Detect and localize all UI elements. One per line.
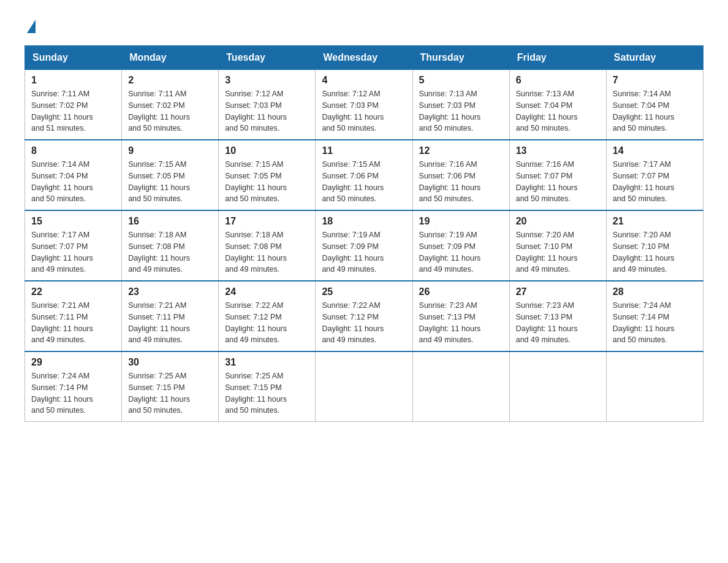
- day-number: 28: [613, 286, 697, 297]
- day-info: Sunrise: 7:18 AM Sunset: 7:08 PM Dayligh…: [128, 229, 212, 275]
- calendar-cell: 23 Sunrise: 7:21 AM Sunset: 7:11 PM Dayl…: [122, 281, 219, 351]
- calendar-cell: 26 Sunrise: 7:23 AM Sunset: 7:13 PM Dayl…: [412, 281, 509, 351]
- column-header-monday: Monday: [122, 46, 219, 70]
- calendar-cell: 20 Sunrise: 7:20 AM Sunset: 7:10 PM Dayl…: [509, 210, 606, 281]
- logo-triangle-icon: [27, 20, 36, 33]
- page-header: [25, 18, 703, 33]
- calendar-cell: 4 Sunrise: 7:12 AM Sunset: 7:03 PM Dayli…: [316, 70, 412, 140]
- day-number: 7: [613, 75, 697, 86]
- calendar-cell: [509, 351, 606, 422]
- day-info: Sunrise: 7:20 AM Sunset: 7:10 PM Dayligh…: [516, 229, 600, 275]
- day-number: 14: [613, 145, 697, 156]
- day-info: Sunrise: 7:21 AM Sunset: 7:11 PM Dayligh…: [31, 300, 115, 346]
- day-number: 19: [419, 216, 503, 227]
- calendar-cell: [412, 351, 509, 422]
- calendar-cell: 9 Sunrise: 7:15 AM Sunset: 7:05 PM Dayli…: [122, 140, 219, 210]
- day-info: Sunrise: 7:14 AM Sunset: 7:04 PM Dayligh…: [613, 88, 697, 134]
- day-number: 4: [322, 75, 406, 86]
- day-number: 15: [31, 216, 115, 227]
- calendar-cell: 11 Sunrise: 7:15 AM Sunset: 7:06 PM Dayl…: [316, 140, 412, 210]
- day-info: Sunrise: 7:12 AM Sunset: 7:03 PM Dayligh…: [322, 88, 406, 134]
- day-info: Sunrise: 7:13 AM Sunset: 7:04 PM Dayligh…: [516, 88, 600, 134]
- day-number: 16: [128, 216, 212, 227]
- calendar-cell: 7 Sunrise: 7:14 AM Sunset: 7:04 PM Dayli…: [606, 70, 703, 140]
- day-number: 24: [225, 286, 309, 297]
- day-info: Sunrise: 7:23 AM Sunset: 7:13 PM Dayligh…: [516, 300, 600, 346]
- day-info: Sunrise: 7:11 AM Sunset: 7:02 PM Dayligh…: [31, 88, 115, 134]
- calendar-cell: 21 Sunrise: 7:20 AM Sunset: 7:10 PM Dayl…: [606, 210, 703, 281]
- calendar-cell: 27 Sunrise: 7:23 AM Sunset: 7:13 PM Dayl…: [509, 281, 606, 351]
- column-header-saturday: Saturday: [606, 46, 703, 70]
- day-info: Sunrise: 7:15 AM Sunset: 7:06 PM Dayligh…: [322, 159, 406, 205]
- day-info: Sunrise: 7:15 AM Sunset: 7:05 PM Dayligh…: [128, 159, 212, 205]
- calendar-cell: 31 Sunrise: 7:25 AM Sunset: 7:15 PM Dayl…: [219, 351, 316, 422]
- day-number: 5: [419, 75, 503, 86]
- column-header-tuesday: Tuesday: [219, 46, 316, 70]
- calendar-cell: 14 Sunrise: 7:17 AM Sunset: 7:07 PM Dayl…: [606, 140, 703, 210]
- calendar-cell: 13 Sunrise: 7:16 AM Sunset: 7:07 PM Dayl…: [509, 140, 606, 210]
- calendar-cell: 2 Sunrise: 7:11 AM Sunset: 7:02 PM Dayli…: [122, 70, 219, 140]
- calendar-cell: 28 Sunrise: 7:24 AM Sunset: 7:14 PM Dayl…: [606, 281, 703, 351]
- day-number: 17: [225, 216, 309, 227]
- day-info: Sunrise: 7:21 AM Sunset: 7:11 PM Dayligh…: [128, 300, 212, 346]
- calendar-cell: [606, 351, 703, 422]
- day-info: Sunrise: 7:15 AM Sunset: 7:05 PM Dayligh…: [225, 159, 309, 205]
- day-number: 22: [31, 286, 115, 297]
- calendar-cell: 12 Sunrise: 7:16 AM Sunset: 7:06 PM Dayl…: [412, 140, 509, 210]
- day-number: 29: [31, 357, 115, 368]
- day-info: Sunrise: 7:17 AM Sunset: 7:07 PM Dayligh…: [31, 229, 115, 275]
- column-header-sunday: Sunday: [25, 46, 122, 70]
- calendar-cell: 8 Sunrise: 7:14 AM Sunset: 7:04 PM Dayli…: [25, 140, 122, 210]
- column-header-thursday: Thursday: [412, 46, 509, 70]
- day-info: Sunrise: 7:25 AM Sunset: 7:15 PM Dayligh…: [225, 370, 309, 416]
- calendar-cell: 5 Sunrise: 7:13 AM Sunset: 7:03 PM Dayli…: [412, 70, 509, 140]
- day-info: Sunrise: 7:16 AM Sunset: 7:07 PM Dayligh…: [516, 159, 600, 205]
- calendar-cell: 17 Sunrise: 7:18 AM Sunset: 7:08 PM Dayl…: [219, 210, 316, 281]
- day-info: Sunrise: 7:11 AM Sunset: 7:02 PM Dayligh…: [128, 88, 212, 134]
- calendar-cell: 10 Sunrise: 7:15 AM Sunset: 7:05 PM Dayl…: [219, 140, 316, 210]
- column-header-friday: Friday: [509, 46, 606, 70]
- day-info: Sunrise: 7:13 AM Sunset: 7:03 PM Dayligh…: [419, 88, 503, 134]
- day-number: 26: [419, 286, 503, 297]
- day-info: Sunrise: 7:24 AM Sunset: 7:14 PM Dayligh…: [613, 300, 697, 346]
- day-info: Sunrise: 7:20 AM Sunset: 7:10 PM Dayligh…: [613, 229, 697, 275]
- day-number: 23: [128, 286, 212, 297]
- calendar-table: SundayMondayTuesdayWednesdayThursdayFrid…: [25, 45, 703, 422]
- calendar-cell: 29 Sunrise: 7:24 AM Sunset: 7:14 PM Dayl…: [25, 351, 122, 422]
- day-info: Sunrise: 7:24 AM Sunset: 7:14 PM Dayligh…: [31, 370, 115, 416]
- day-info: Sunrise: 7:19 AM Sunset: 7:09 PM Dayligh…: [419, 229, 503, 275]
- day-info: Sunrise: 7:25 AM Sunset: 7:15 PM Dayligh…: [128, 370, 212, 416]
- day-number: 13: [516, 145, 600, 156]
- day-number: 8: [31, 145, 115, 156]
- day-info: Sunrise: 7:22 AM Sunset: 7:12 PM Dayligh…: [322, 300, 406, 346]
- day-info: Sunrise: 7:17 AM Sunset: 7:07 PM Dayligh…: [613, 159, 697, 205]
- calendar-week-row: 8 Sunrise: 7:14 AM Sunset: 7:04 PM Dayli…: [25, 140, 703, 210]
- day-info: Sunrise: 7:18 AM Sunset: 7:08 PM Dayligh…: [225, 229, 309, 275]
- day-info: Sunrise: 7:22 AM Sunset: 7:12 PM Dayligh…: [225, 300, 309, 346]
- day-number: 20: [516, 216, 600, 227]
- calendar-cell: 25 Sunrise: 7:22 AM Sunset: 7:12 PM Dayl…: [316, 281, 412, 351]
- day-number: 27: [516, 286, 600, 297]
- day-number: 10: [225, 145, 309, 156]
- calendar-cell: 22 Sunrise: 7:21 AM Sunset: 7:11 PM Dayl…: [25, 281, 122, 351]
- calendar-week-row: 15 Sunrise: 7:17 AM Sunset: 7:07 PM Dayl…: [25, 210, 703, 281]
- day-info: Sunrise: 7:12 AM Sunset: 7:03 PM Dayligh…: [225, 88, 309, 134]
- day-number: 12: [419, 145, 503, 156]
- day-info: Sunrise: 7:14 AM Sunset: 7:04 PM Dayligh…: [31, 159, 115, 205]
- day-number: 9: [128, 145, 212, 156]
- day-number: 6: [516, 75, 600, 86]
- day-info: Sunrise: 7:19 AM Sunset: 7:09 PM Dayligh…: [322, 229, 406, 275]
- calendar-week-row: 1 Sunrise: 7:11 AM Sunset: 7:02 PM Dayli…: [25, 70, 703, 140]
- calendar-cell: [316, 351, 412, 422]
- calendar-cell: 15 Sunrise: 7:17 AM Sunset: 7:07 PM Dayl…: [25, 210, 122, 281]
- day-number: 3: [225, 75, 309, 86]
- day-number: 30: [128, 357, 212, 368]
- calendar-cell: 24 Sunrise: 7:22 AM Sunset: 7:12 PM Dayl…: [219, 281, 316, 351]
- calendar-cell: 18 Sunrise: 7:19 AM Sunset: 7:09 PM Dayl…: [316, 210, 412, 281]
- calendar-cell: 16 Sunrise: 7:18 AM Sunset: 7:08 PM Dayl…: [122, 210, 219, 281]
- logo: [25, 18, 37, 33]
- calendar-week-row: 22 Sunrise: 7:21 AM Sunset: 7:11 PM Dayl…: [25, 281, 703, 351]
- calendar-header-row: SundayMondayTuesdayWednesdayThursdayFrid…: [25, 46, 703, 70]
- day-number: 11: [322, 145, 406, 156]
- day-number: 21: [613, 216, 697, 227]
